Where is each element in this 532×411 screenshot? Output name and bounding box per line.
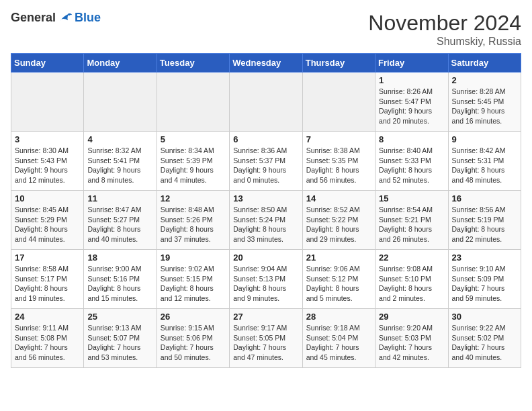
day-info: Sunrise: 9:13 AM Sunset: 5:07 PM Dayligh… <box>87 323 152 363</box>
day-number: 10 <box>15 193 80 203</box>
calendar-cell: 26Sunrise: 9:15 AM Sunset: 5:06 PM Dayli… <box>157 309 229 368</box>
calendar-week-row: 3Sunrise: 8:30 AM Sunset: 5:43 PM Daylig… <box>11 132 521 191</box>
calendar-cell: 22Sunrise: 9:08 AM Sunset: 5:10 PM Dayli… <box>375 250 448 309</box>
day-info: Sunrise: 9:10 AM Sunset: 5:09 PM Dayligh… <box>452 264 517 304</box>
calendar-cell: 30Sunrise: 9:22 AM Sunset: 5:02 PM Dayli… <box>448 309 521 368</box>
calendar-cell: 24Sunrise: 9:11 AM Sunset: 5:08 PM Dayli… <box>11 309 84 368</box>
day-info: Sunrise: 9:15 AM Sunset: 5:06 PM Dayligh… <box>161 323 226 363</box>
day-number: 19 <box>161 253 226 263</box>
day-of-week-header: Monday <box>84 54 157 73</box>
day-of-week-header: Wednesday <box>230 54 302 73</box>
day-number: 12 <box>161 193 226 203</box>
day-number: 24 <box>15 312 80 322</box>
day-info: Sunrise: 9:17 AM Sunset: 5:05 PM Dayligh… <box>233 323 298 363</box>
logo: General Blue <box>11 11 101 25</box>
calendar-cell: 28Sunrise: 9:18 AM Sunset: 5:04 PM Dayli… <box>302 309 375 368</box>
day-number: 21 <box>306 253 371 263</box>
day-number: 27 <box>233 312 298 322</box>
calendar-cell: 27Sunrise: 9:17 AM Sunset: 5:05 PM Dayli… <box>230 309 302 368</box>
calendar-cell: 11Sunrise: 8:47 AM Sunset: 5:27 PM Dayli… <box>84 191 157 250</box>
day-info: Sunrise: 9:04 AM Sunset: 5:13 PM Dayligh… <box>233 264 298 304</box>
day-number: 14 <box>306 193 371 203</box>
day-info: Sunrise: 8:26 AM Sunset: 5:47 PM Dayligh… <box>379 87 444 126</box>
calendar-body: 1Sunrise: 8:26 AM Sunset: 5:47 PM Daylig… <box>11 73 521 368</box>
calendar-cell: 13Sunrise: 8:50 AM Sunset: 5:24 PM Dayli… <box>230 191 302 250</box>
calendar-cell: 20Sunrise: 9:04 AM Sunset: 5:13 PM Dayli… <box>230 250 302 309</box>
day-info: Sunrise: 8:38 AM Sunset: 5:35 PM Dayligh… <box>306 146 371 185</box>
logo-blue-text: Blue <box>75 11 101 25</box>
day-number: 15 <box>379 193 444 203</box>
day-info: Sunrise: 8:56 AM Sunset: 5:19 PM Dayligh… <box>452 205 517 244</box>
day-number: 8 <box>379 134 444 144</box>
day-of-week-header: Saturday <box>448 54 521 73</box>
day-number: 25 <box>87 312 152 322</box>
calendar-cell <box>11 73 84 132</box>
calendar-week-row: 1Sunrise: 8:26 AM Sunset: 5:47 PM Daylig… <box>11 73 521 132</box>
day-number: 29 <box>379 312 444 322</box>
day-info: Sunrise: 9:00 AM Sunset: 5:16 PM Dayligh… <box>87 264 152 304</box>
logo-general-text: General <box>11 11 56 25</box>
day-info: Sunrise: 8:34 AM Sunset: 5:39 PM Dayligh… <box>161 146 226 185</box>
day-info: Sunrise: 9:20 AM Sunset: 5:03 PM Dayligh… <box>379 323 444 363</box>
location-title: Shumskiy, Russia <box>368 36 521 48</box>
calendar-cell: 14Sunrise: 8:52 AM Sunset: 5:22 PM Dayli… <box>302 191 375 250</box>
day-info: Sunrise: 9:06 AM Sunset: 5:12 PM Dayligh… <box>306 264 371 304</box>
day-info: Sunrise: 8:40 AM Sunset: 5:33 PM Dayligh… <box>379 146 444 185</box>
calendar-week-row: 24Sunrise: 9:11 AM Sunset: 5:08 PM Dayli… <box>11 309 521 368</box>
calendar-cell: 6Sunrise: 8:36 AM Sunset: 5:37 PM Daylig… <box>230 132 302 191</box>
calendar-cell: 29Sunrise: 9:20 AM Sunset: 5:03 PM Dayli… <box>375 309 448 368</box>
day-info: Sunrise: 8:32 AM Sunset: 5:41 PM Dayligh… <box>87 146 152 185</box>
day-number: 5 <box>161 134 226 144</box>
day-of-week-header: Friday <box>375 54 448 73</box>
day-number: 26 <box>161 312 226 322</box>
calendar-cell: 17Sunrise: 8:58 AM Sunset: 5:17 PM Dayli… <box>11 250 84 309</box>
day-info: Sunrise: 8:54 AM Sunset: 5:21 PM Dayligh… <box>379 205 444 244</box>
day-of-week-header: Sunday <box>11 54 84 73</box>
day-number: 18 <box>87 253 152 263</box>
day-number: 9 <box>452 134 517 144</box>
day-info: Sunrise: 9:11 AM Sunset: 5:08 PM Dayligh… <box>15 323 80 363</box>
day-info: Sunrise: 8:45 AM Sunset: 5:29 PM Dayligh… <box>15 205 80 244</box>
calendar-cell <box>84 73 157 132</box>
day-number: 17 <box>15 253 80 263</box>
calendar-cell: 9Sunrise: 8:42 AM Sunset: 5:31 PM Daylig… <box>448 132 521 191</box>
day-info: Sunrise: 8:36 AM Sunset: 5:37 PM Dayligh… <box>233 146 298 185</box>
logo-bird-icon <box>57 11 73 25</box>
calendar-cell: 12Sunrise: 8:48 AM Sunset: 5:26 PM Dayli… <box>157 191 229 250</box>
day-number: 2 <box>452 75 517 85</box>
day-number: 13 <box>233 193 298 203</box>
calendar-cell: 5Sunrise: 8:34 AM Sunset: 5:39 PM Daylig… <box>157 132 229 191</box>
calendar-cell: 23Sunrise: 9:10 AM Sunset: 5:09 PM Dayli… <box>448 250 521 309</box>
calendar-cell: 2Sunrise: 8:28 AM Sunset: 5:45 PM Daylig… <box>448 73 521 132</box>
day-number: 16 <box>452 193 517 203</box>
calendar-cell: 16Sunrise: 8:56 AM Sunset: 5:19 PM Dayli… <box>448 191 521 250</box>
day-number: 3 <box>15 134 80 144</box>
calendar-cell: 25Sunrise: 9:13 AM Sunset: 5:07 PM Dayli… <box>84 309 157 368</box>
calendar-header-row: SundayMondayTuesdayWednesdayThursdayFrid… <box>11 54 521 73</box>
calendar-cell: 15Sunrise: 8:54 AM Sunset: 5:21 PM Dayli… <box>375 191 448 250</box>
day-number: 6 <box>233 134 298 144</box>
day-info: Sunrise: 8:30 AM Sunset: 5:43 PM Dayligh… <box>15 146 80 185</box>
day-number: 23 <box>452 253 517 263</box>
calendar-cell <box>230 73 302 132</box>
title-area: November 2024 Shumskiy, Russia <box>368 11 521 48</box>
day-info: Sunrise: 8:28 AM Sunset: 5:45 PM Dayligh… <box>452 87 517 126</box>
day-info: Sunrise: 8:47 AM Sunset: 5:27 PM Dayligh… <box>87 205 152 244</box>
day-number: 7 <box>306 134 371 144</box>
calendar-cell <box>302 73 375 132</box>
calendar-table: SundayMondayTuesdayWednesdayThursdayFrid… <box>11 53 521 368</box>
day-info: Sunrise: 8:52 AM Sunset: 5:22 PM Dayligh… <box>306 205 371 244</box>
day-info: Sunrise: 9:22 AM Sunset: 5:02 PM Dayligh… <box>452 323 517 363</box>
calendar-cell: 3Sunrise: 8:30 AM Sunset: 5:43 PM Daylig… <box>11 132 84 191</box>
day-info: Sunrise: 8:58 AM Sunset: 5:17 PM Dayligh… <box>15 264 80 304</box>
day-info: Sunrise: 8:50 AM Sunset: 5:24 PM Dayligh… <box>233 205 298 244</box>
calendar-cell: 8Sunrise: 8:40 AM Sunset: 5:33 PM Daylig… <box>375 132 448 191</box>
calendar-cell: 18Sunrise: 9:00 AM Sunset: 5:16 PM Dayli… <box>84 250 157 309</box>
day-info: Sunrise: 9:18 AM Sunset: 5:04 PM Dayligh… <box>306 323 371 363</box>
calendar-week-row: 10Sunrise: 8:45 AM Sunset: 5:29 PM Dayli… <box>11 191 521 250</box>
calendar-cell: 1Sunrise: 8:26 AM Sunset: 5:47 PM Daylig… <box>375 73 448 132</box>
day-number: 11 <box>87 193 152 203</box>
day-number: 4 <box>87 134 152 144</box>
header: General Blue November 2024 Shumskiy, Rus… <box>11 11 521 48</box>
day-of-week-header: Thursday <box>302 54 375 73</box>
